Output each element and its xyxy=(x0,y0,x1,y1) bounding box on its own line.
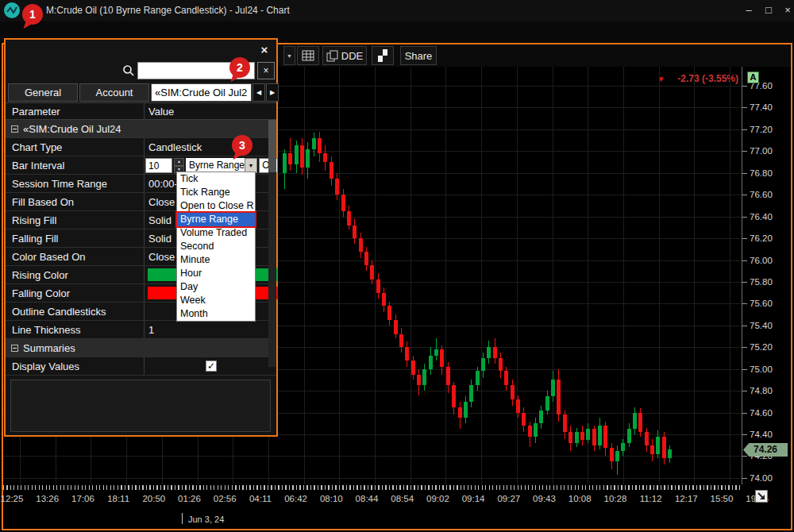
price-tick xyxy=(742,86,747,87)
price-tick-label: 76.20 xyxy=(750,233,773,243)
candle-body xyxy=(417,375,421,386)
v-gridline xyxy=(694,67,695,484)
dde-label: DDE xyxy=(341,50,363,62)
price-tick-label: 77.40 xyxy=(750,102,773,112)
tab-account[interactable]: Account xyxy=(79,83,149,102)
time-axis-label: 17:06 xyxy=(65,494,100,503)
dropdown-option[interactable]: Byrne Range xyxy=(177,213,255,226)
dropdown-option[interactable]: Open to Close R xyxy=(177,199,255,213)
price-tick-label: 74.40 xyxy=(750,430,773,439)
candle-body xyxy=(306,149,310,168)
dropdown-option[interactable]: Week xyxy=(177,294,255,307)
price-tick-label: 76.00 xyxy=(750,256,773,265)
dropdown-option[interactable]: Day xyxy=(177,280,255,294)
candle-body xyxy=(650,445,654,454)
candle-body xyxy=(376,279,380,292)
price-tick-label: 77.20 xyxy=(750,125,773,134)
time-axis-label: 08:10 xyxy=(314,494,349,503)
parameter-row[interactable]: Summaries xyxy=(6,339,276,357)
price-tick xyxy=(742,260,747,261)
scrollbar-thumb[interactable] xyxy=(268,120,276,172)
candle-body xyxy=(487,347,491,358)
candle-body xyxy=(347,211,351,226)
down-arrow-icon: ▼ xyxy=(177,168,181,172)
price-tick xyxy=(742,413,747,414)
parameter-value[interactable]: 1 xyxy=(148,324,154,336)
dropdown-option[interactable]: Hour xyxy=(177,267,255,280)
dropdown-option[interactable]: Second xyxy=(177,240,255,253)
v-gridline xyxy=(659,67,660,484)
time-axis-label: 15:50 xyxy=(704,494,739,503)
time-axis[interactable]: 12:2513:2617:0618:1120:5001:2602:5604:11… xyxy=(3,484,791,513)
dropdown-option[interactable]: Tick xyxy=(177,172,255,186)
parameter-value[interactable]: Candlestick xyxy=(148,141,202,153)
display-values-checkbox[interactable]: ✓ xyxy=(206,360,217,372)
price-tick xyxy=(742,303,747,304)
parameter-row[interactable]: Display Values✓ xyxy=(6,357,276,376)
autoscale-badge[interactable]: A xyxy=(747,71,759,83)
price-tick-label: 76.80 xyxy=(750,168,773,178)
parameter-name: Chart Type xyxy=(12,141,62,153)
time-axis-label: 10:08 xyxy=(562,494,597,503)
application-window: M:Crude Oil (10 Byrne Range Candlestick)… xyxy=(0,0,794,532)
candle-body xyxy=(511,385,515,399)
candle-body xyxy=(446,367,450,385)
tab-general[interactable]: General xyxy=(8,83,78,102)
parameter-row[interactable]: Line Thickness1 xyxy=(6,321,276,339)
candle-body xyxy=(429,356,433,368)
dropdown-option[interactable]: Minute xyxy=(177,253,255,267)
dropdown-option[interactable]: Tick Range xyxy=(177,186,255,199)
parameter-name: Display Values xyxy=(12,360,79,372)
parameter-value[interactable]: Solid xyxy=(148,214,172,226)
candle-body xyxy=(516,399,520,412)
price-axis[interactable]: 77.6077.4077.2077.0076.8076.6076.4076.20… xyxy=(742,67,791,484)
maximize-button[interactable]: □ xyxy=(760,4,777,17)
dialog-tab-scroll-right[interactable]: ▶ xyxy=(266,83,279,102)
v-gridline xyxy=(339,67,340,484)
close-button[interactable]: × xyxy=(779,4,794,17)
app-logo-icon xyxy=(4,2,20,18)
v-gridline xyxy=(730,67,730,484)
candle-body xyxy=(534,423,538,436)
price-tick xyxy=(742,456,747,457)
candle-body xyxy=(645,432,649,445)
h-gridline xyxy=(3,456,742,457)
search-clear-button[interactable]: × xyxy=(257,62,275,79)
dialog-close-button[interactable]: × xyxy=(257,43,272,57)
parameter-name: Fill Based On xyxy=(12,196,74,208)
parameter-value[interactable]: Solid xyxy=(148,233,172,245)
dropdown-option[interactable]: Month xyxy=(177,307,255,321)
parameter-row[interactable]: «SIM:Crude Oil Jul24 xyxy=(6,120,276,138)
collapse-minus-icon[interactable] xyxy=(11,125,18,133)
price-tick-label: 75.00 xyxy=(750,364,773,374)
v-gridline xyxy=(553,67,553,484)
minimize-button[interactable]: – xyxy=(740,4,757,17)
search-icon xyxy=(122,64,135,77)
dialog-tab-scroll-left[interactable]: ◀ xyxy=(252,83,265,102)
column-parameter: Parameter xyxy=(12,106,60,118)
candle-body xyxy=(610,448,614,462)
group-label: Summaries xyxy=(23,342,75,354)
dde-button[interactable]: DDE xyxy=(322,46,367,65)
tab-symbol[interactable]: «SIM:Crude Oil Jul2 xyxy=(151,83,252,102)
resize-handle-icon[interactable] xyxy=(755,490,768,503)
candlestick-mode-button[interactable] xyxy=(372,46,394,65)
price-tick xyxy=(742,347,747,348)
up-arrow-icon: ▲ xyxy=(177,160,181,164)
price-tick xyxy=(742,107,747,108)
parameter-name: Falling Color xyxy=(12,287,70,299)
price-tick-label: 76.60 xyxy=(750,190,773,199)
candle-body xyxy=(603,426,607,447)
collapse-minus-icon[interactable] xyxy=(11,345,18,352)
price-tick-label: 74.60 xyxy=(750,408,773,418)
quote-board-button[interactable] xyxy=(297,46,319,65)
bar-interval-input[interactable] xyxy=(145,158,172,173)
time-axis-label: 06:42 xyxy=(279,494,314,503)
candle-body xyxy=(370,265,374,279)
share-button[interactable]: Share xyxy=(400,46,437,65)
candle-body xyxy=(592,429,596,445)
spinner-up-button[interactable]: ▲ xyxy=(174,158,184,166)
toolbar-dropdown[interactable]: ▼ xyxy=(283,46,295,65)
dropdown-option[interactable]: Volume Traded xyxy=(177,226,255,240)
time-axis-label: 01:26 xyxy=(172,494,207,503)
